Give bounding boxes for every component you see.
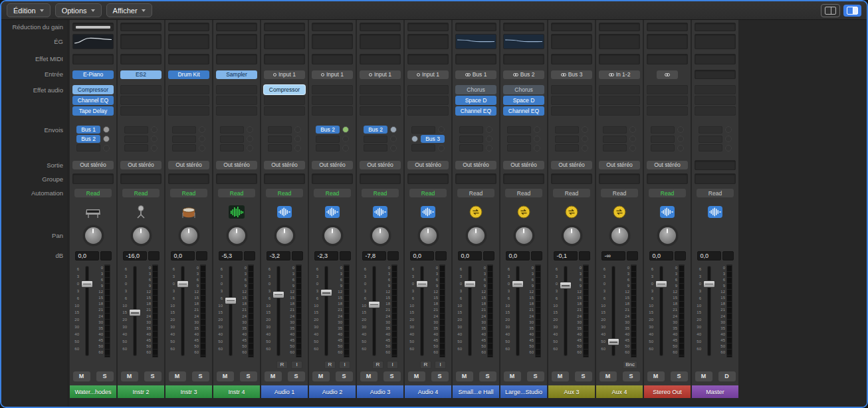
audio-fx-slot-empty[interactable] — [168, 96, 209, 105]
fader-track[interactable] — [415, 264, 429, 357]
volume-db-value[interactable]: 0,0 — [75, 251, 99, 260]
fader-track[interactable] — [607, 264, 620, 357]
volume-db-value[interactable]: 0,0 — [649, 251, 673, 260]
pan-knob[interactable] — [324, 227, 341, 244]
output-slot[interactable]: Out stéréo — [407, 161, 449, 169]
midi-fx-slot[interactable] — [503, 54, 544, 64]
mute-button[interactable]: M — [169, 371, 186, 381]
group-slot[interactable] — [216, 173, 257, 184]
channel-strip-small-e-hall[interactable]: Bus 1ChorusSpace DChannel EQOut stéréoRe… — [453, 20, 499, 398]
audio-fx-slot-empty[interactable] — [312, 85, 353, 94]
channel-strip-aux-4[interactable]: In 1-2Out stéréoRead-∞630361015203040506… — [596, 20, 643, 398]
volume-db-value[interactable]: 0,0 — [697, 251, 721, 260]
aux-icon[interactable] — [612, 203, 627, 221]
mic-icon[interactable] — [133, 203, 149, 221]
automation-mode-button[interactable]: Read — [457, 189, 494, 197]
fader-handle[interactable] — [320, 289, 332, 296]
output-slot[interactable]: Out stéréo — [599, 161, 640, 169]
eq-thumbnail[interactable] — [360, 34, 401, 49]
channel-name[interactable]: Small...e Hall — [453, 385, 499, 398]
send-slot-empty[interactable] — [555, 126, 579, 134]
send-slot-empty[interactable] — [603, 136, 627, 143]
send-slot-empty[interactable] — [364, 144, 387, 152]
volume-db-value[interactable]: -7,8 — [362, 251, 386, 260]
audio-fx-slot[interactable]: Channel EQ — [72, 96, 114, 105]
mute-button[interactable]: M — [599, 371, 617, 381]
aux-icon[interactable] — [516, 203, 531, 221]
group-slot[interactable] — [407, 173, 449, 184]
solo-button[interactable]: S — [383, 371, 401, 381]
single-pane-view-button[interactable] — [821, 4, 840, 17]
send-slot-empty[interactable] — [507, 144, 531, 152]
channel-strip-audio-2[interactable]: Input 1Bus 2Out stéréoRead-2,36303610152… — [309, 20, 356, 398]
fader-handle[interactable] — [81, 280, 93, 288]
input-slot[interactable]: Input 1 — [407, 70, 449, 79]
send-slot-empty[interactable] — [699, 144, 722, 152]
volume-db-value[interactable]: -5,3 — [219, 251, 243, 260]
automation-mode-button[interactable]: Read — [122, 189, 160, 197]
group-slot[interactable] — [551, 173, 592, 184]
audio-fx-slot-empty[interactable] — [216, 106, 257, 116]
channel-strip-master[interactable]: Read0,0630361015203040506003691215182124… — [692, 20, 738, 398]
mute-button[interactable]: M — [647, 371, 665, 381]
automation-mode-button[interactable]: Read — [505, 189, 542, 197]
fader-handle[interactable] — [416, 280, 428, 288]
send-slot-empty[interactable] — [124, 144, 148, 152]
midi-fx-slot[interactable] — [72, 54, 114, 64]
solo-button[interactable]: S — [671, 371, 688, 381]
send-slot-empty[interactable] — [172, 144, 196, 152]
audio-fx-slot-empty[interactable] — [407, 85, 449, 94]
send-slot-empty[interactable] — [507, 126, 531, 134]
mute-button[interactable]: M — [552, 371, 569, 381]
send-slot-empty[interactable] — [316, 136, 340, 143]
channel-name[interactable]: Aux 4 — [596, 385, 643, 398]
midi-fx-slot[interactable] — [599, 54, 640, 64]
channel-strip-audio-4[interactable]: Input 1Bus 3Out stéréoRead0,063036101520… — [405, 20, 451, 398]
audio-fx-slot[interactable]: Space D — [503, 96, 544, 105]
send-slot-empty[interactable] — [220, 136, 244, 143]
channel-strip-audio-1[interactable]: Input 1CompressorOut stéréoRead-3,263036… — [261, 20, 308, 398]
fader-handle[interactable] — [655, 280, 667, 288]
channel-strip-instr-2[interactable]: ES2Out stéréoRead-16,0630361015203040506… — [118, 20, 164, 398]
send-slot-empty[interactable] — [220, 126, 244, 134]
fader-handle[interactable] — [607, 338, 619, 346]
output-slot[interactable]: Out stéréo — [72, 161, 114, 169]
audio-fx-slot[interactable]: Tape Delay — [72, 106, 114, 116]
output-slot[interactable]: Out stéréo — [360, 161, 401, 169]
midi-fx-slot[interactable] — [695, 54, 736, 64]
output-slot[interactable]: Out stéréo — [264, 161, 305, 169]
audio-fx-slot-empty[interactable] — [647, 96, 688, 105]
automation-mode-button[interactable]: Read — [218, 189, 255, 197]
midi-fx-slot[interactable] — [168, 54, 209, 64]
send-slot[interactable]: Bus 2 — [364, 126, 387, 134]
audio-fx-slot-empty[interactable] — [695, 85, 736, 94]
input-slot[interactable]: Bus 2 — [503, 70, 544, 79]
automation-mode-button[interactable]: Read — [314, 189, 351, 197]
midi-fx-slot[interactable] — [360, 54, 401, 64]
send-slot-empty[interactable] — [76, 144, 100, 152]
solo-button[interactable]: S — [240, 371, 257, 381]
volume-db-value[interactable]: -16,0 — [123, 251, 147, 260]
fader-track[interactable] — [703, 264, 716, 357]
mute-button[interactable]: M — [73, 371, 90, 381]
audio-fx-slot-empty[interactable] — [312, 96, 353, 105]
audio-fx-slot[interactable]: Channel EQ — [455, 106, 496, 116]
pan-knob[interactable] — [611, 227, 628, 244]
audio-fx-slot-empty[interactable] — [695, 106, 736, 116]
volume-db-value[interactable]: 0,0 — [506, 251, 530, 260]
automation-mode-button[interactable]: Read — [697, 189, 734, 197]
mute-button[interactable]: M — [217, 371, 234, 381]
input-slot[interactable]: Input 1 — [312, 70, 353, 79]
send-level-knob[interactable] — [411, 136, 418, 142]
channel-strip-audio-3[interactable]: Input 1Bus 2Out stéréoRead-7,86303610152… — [357, 20, 403, 398]
eq-thumbnail[interactable] — [551, 34, 592, 49]
waveform-icon[interactable] — [707, 203, 723, 221]
automation-mode-button[interactable]: Read — [266, 189, 303, 197]
volume-db-value[interactable]: -2,3 — [314, 251, 338, 260]
output-slot[interactable]: Out stéréo — [551, 161, 592, 169]
send-slot-empty[interactable] — [268, 144, 292, 152]
volume-db-value[interactable]: -0,1 — [554, 251, 578, 260]
midi-fx-slot[interactable] — [312, 54, 353, 64]
audio-fx-slot[interactable]: Chorus — [455, 85, 496, 94]
send-slot-empty[interactable] — [507, 136, 531, 143]
